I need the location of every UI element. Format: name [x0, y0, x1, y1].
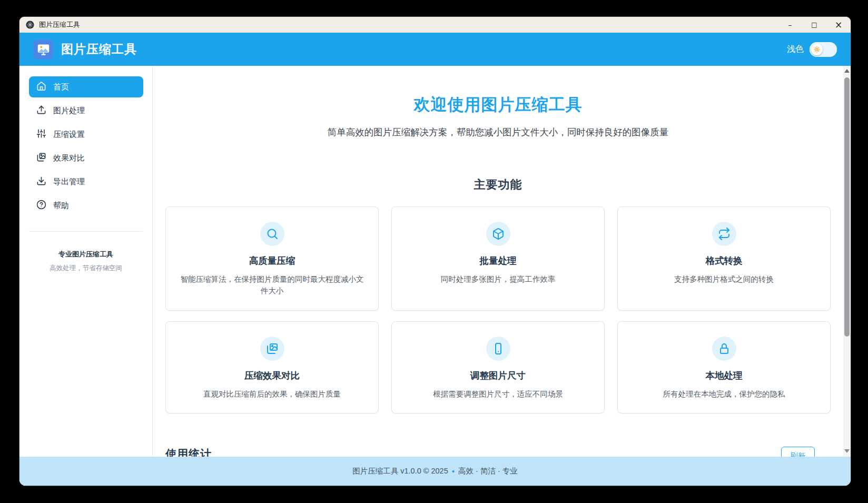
titlebar: 图片压缩工具 – □ ×	[19, 17, 851, 33]
feature-card-description: 支持多种图片格式之间的转换	[629, 273, 818, 285]
sidebar-item[interactable]: 帮助	[29, 195, 143, 216]
minimize-button[interactable]: –	[778, 17, 802, 33]
theme-label: 浅色	[787, 44, 804, 55]
sidebar-item[interactable]: 导出管理	[29, 171, 143, 192]
package-icon	[486, 222, 510, 246]
feature-card-title: 批量处理	[403, 254, 593, 267]
feature-card[interactable]: 本地处理 所有处理在本地完成，保护您的隐私	[617, 321, 831, 413]
smartphone-icon	[486, 337, 510, 361]
sidebar-item-label: 图片处理	[53, 106, 85, 116]
sidebar-item-label: 效果对比	[53, 153, 85, 163]
app-icon	[26, 21, 34, 29]
feature-card-description: 同时处理多张图片，提高工作效率	[403, 273, 593, 285]
footer-bullet: •	[452, 467, 455, 476]
sidebar-item-label: 压缩设置	[53, 130, 85, 140]
scrollbar-down-icon[interactable]	[844, 449, 850, 453]
download-icon	[36, 176, 46, 188]
feature-card-title: 格式转换	[629, 254, 818, 267]
sidebar-footer-title: 专业图片压缩工具	[26, 250, 146, 259]
footer-text-left: 图片压缩工具 v1.0.0 © 2025	[352, 466, 448, 476]
sidebar-item-label: 首页	[53, 82, 69, 92]
help-icon	[36, 200, 46, 211]
feature-card-description: 所有处理在本地完成，保护您的隐私	[629, 388, 818, 400]
sidebar-item-label: 帮助	[53, 201, 69, 211]
feature-card[interactable]: 压缩效果对比 直观对比压缩前后的效果，确保图片质量	[165, 321, 379, 413]
window-body: 首页 图片处理 压缩设置 效果对比	[19, 66, 851, 486]
theme-toggle[interactable]	[810, 42, 837, 57]
sidebar-item[interactable]: 压缩设置	[29, 124, 143, 145]
feature-card[interactable]: 批量处理 同时处理多张图片，提高工作效率	[391, 206, 605, 311]
maximize-button[interactable]: □	[802, 17, 826, 33]
lock-icon	[712, 337, 736, 361]
sidebar-footer-subtitle: 高效处理，节省存储空间	[26, 264, 146, 273]
sliders-icon	[36, 129, 46, 140]
feature-card-title: 本地处理	[629, 369, 818, 382]
sidebar-item[interactable]: 首页	[29, 76, 143, 97]
home-icon	[36, 81, 46, 93]
scrollbar-thumb[interactable]	[844, 77, 850, 337]
welcome-title: 欢迎使用图片压缩工具	[165, 94, 831, 116]
footer-text-right: 高效 · 简洁 · 专业	[458, 466, 518, 476]
app-window: 图片压缩工具 – □ × 图片压缩工具 浅色 首页	[19, 17, 851, 486]
scrollbar-up-icon[interactable]	[844, 69, 850, 73]
window-controls: – □ ×	[778, 17, 851, 33]
app-footer: 图片压缩工具 v1.0.0 © 2025 • 高效 · 简洁 · 专业	[19, 457, 851, 486]
upload-icon	[36, 105, 46, 116]
sun-icon	[811, 44, 823, 55]
app-title: 图片压缩工具	[61, 41, 137, 57]
main-content: 欢迎使用图片压缩工具 简单高效的图片压缩解决方案，帮助您减小图片文件大小，同时保…	[153, 66, 843, 486]
feature-card[interactable]: 调整图片尺寸 根据需要调整图片尺寸，适应不同场景	[391, 321, 605, 413]
scrollbar[interactable]	[843, 66, 851, 486]
welcome-subtitle: 简单高效的图片压缩解决方案，帮助您减小图片文件大小，同时保持良好的图像质量	[165, 126, 831, 139]
feature-card[interactable]: 格式转换 支持多种图片格式之间的转换	[617, 206, 831, 311]
sidebar-divider	[29, 231, 143, 232]
feature-card[interactable]: 高质量压缩 智能压缩算法，在保持图片质量的同时最大程度减小文件大小	[165, 206, 379, 311]
app-header: 图片压缩工具 浅色	[19, 33, 851, 66]
close-button[interactable]: ×	[826, 17, 851, 33]
window-title: 图片压缩工具	[39, 20, 80, 29]
repeat-icon	[712, 222, 736, 246]
feature-cards: 高质量压缩 智能压缩算法，在保持图片质量的同时最大程度减小文件大小 批量处理 同…	[165, 206, 831, 413]
feature-card-title: 调整图片尺寸	[403, 369, 593, 382]
search-icon	[260, 222, 284, 246]
feature-card-description: 根据需要调整图片尺寸，适应不同场景	[403, 388, 593, 400]
theme-switcher: 浅色	[787, 42, 837, 57]
app-logo-icon	[33, 40, 53, 60]
features-heading: 主要功能	[165, 177, 831, 193]
sidebar-item-label: 导出管理	[53, 177, 85, 187]
sidebar-item[interactable]: 效果对比	[29, 147, 143, 169]
sidebar: 首页 图片处理 压缩设置 效果对比	[19, 66, 153, 486]
feature-card-title: 压缩效果对比	[177, 369, 367, 382]
feature-card-title: 高质量压缩	[177, 254, 367, 267]
sidebar-item[interactable]: 图片处理	[29, 100, 143, 121]
feature-card-description: 直观对比压缩前后的效果，确保图片质量	[177, 388, 367, 400]
images-icon	[36, 152, 46, 164]
sidebar-footer: 专业图片压缩工具 高效处理，节省存储空间	[19, 250, 152, 273]
images-icon	[260, 337, 284, 361]
feature-card-description: 智能压缩算法，在保持图片质量的同时最大程度减小文件大小	[177, 273, 367, 297]
